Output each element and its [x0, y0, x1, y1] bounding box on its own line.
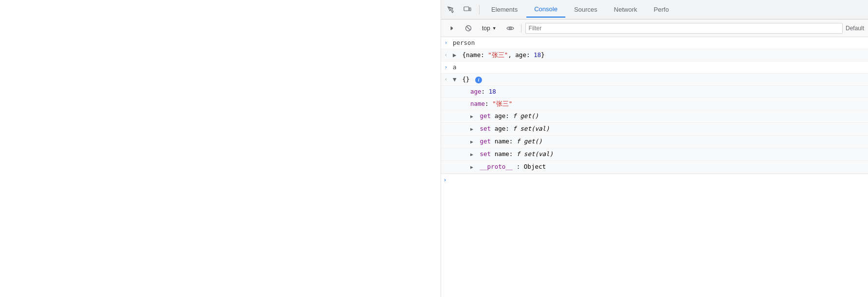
- console-line-set-name: ▶ set name: f set(val): [441, 148, 868, 161]
- line-content-a-obj: ▼ {} i: [451, 74, 868, 85]
- output-chevron-a-icon: ‹: [444, 75, 448, 84]
- devtools-panel: Elements Console Sources Network Perfo: [441, 0, 868, 297]
- console-line-a-output: ‹ ▼ {} i: [441, 74, 868, 86]
- browser-page-area: [0, 0, 441, 297]
- line-gutter-get-name: [441, 136, 451, 137]
- line-content-a: a: [451, 61, 868, 73]
- line-gutter-a-output: ‹: [441, 74, 451, 84]
- console-line-get-name: ▶ get name: f get(): [441, 136, 868, 148]
- expand-triangle-icon[interactable]: ▶: [453, 50, 459, 60]
- proto-expand-icon[interactable]: ▶: [470, 162, 476, 172]
- console-line-name: name: "张三": [441, 98, 868, 110]
- log-levels-label: Default: [846, 25, 864, 32]
- console-filter-input[interactable]: [525, 23, 843, 34]
- line-content-person-obj: ▶ {name: "张三", age: 18}: [451, 49, 868, 61]
- console-line-a-input: › a: [441, 61, 868, 74]
- line-gutter-output: ‹: [441, 49, 451, 60]
- line-content-name: name: "张三": [451, 98, 868, 110]
- set-age-expand-icon[interactable]: ▶: [470, 124, 476, 134]
- line-content-get-name: ▶ get name: f get(): [451, 136, 868, 148]
- input-chevron-icon: ›: [444, 38, 448, 48]
- console-line-proto: ▶ __proto__ : Object: [441, 161, 868, 174]
- get-name-expand-icon[interactable]: ▶: [470, 137, 476, 147]
- devtools-tab-bar: Elements Console Sources Network Perfo: [441, 0, 868, 20]
- svg-point-9: [510, 28, 511, 29]
- line-content-proto: ▶ __proto__ : Object: [451, 161, 868, 173]
- svg-rect-0: [464, 7, 469, 11]
- console-toolbar: top ▼ Default: [441, 20, 868, 37]
- line-content-set-age: ▶ set age: f set(val): [451, 123, 868, 135]
- console-prompt-icon: ›: [443, 176, 447, 183]
- svg-rect-4: [453, 26, 454, 31]
- line-content-get-age: ▶ get age: f get(): [451, 110, 868, 122]
- line-gutter-set-age: [441, 123, 451, 124]
- input-chevron-a-icon: ›: [444, 62, 448, 72]
- tab-sources[interactable]: Sources: [566, 2, 605, 18]
- dropdown-arrow-icon: ▼: [492, 26, 497, 31]
- top-context-selector[interactable]: top ▼: [478, 24, 501, 33]
- tab-elements[interactable]: Elements: [483, 2, 525, 18]
- console-input[interactable]: [449, 176, 866, 183]
- console-output: › person ‹ ▶ {name: "张三", age: 18} › a: [441, 37, 868, 297]
- line-gutter-a: ›: [441, 61, 451, 72]
- info-icon: i: [475, 77, 482, 83]
- run-script-button[interactable]: [445, 21, 459, 35]
- svg-rect-3: [450, 26, 451, 31]
- output-chevron-icon: ‹: [444, 50, 448, 60]
- line-gutter-get-age: [441, 110, 451, 111]
- line-gutter-age: [441, 86, 451, 87]
- svg-rect-1: [469, 8, 471, 11]
- clear-console-button[interactable]: [462, 21, 475, 35]
- svg-line-7: [467, 26, 470, 30]
- console-line-age: age: 18: [441, 86, 868, 98]
- inspect-element-button[interactable]: [443, 2, 459, 18]
- line-gutter-proto: [441, 161, 451, 162]
- tab-separator: [479, 5, 480, 15]
- device-toolbar-button[interactable]: [460, 2, 475, 18]
- get-age-expand-icon[interactable]: ▶: [470, 112, 476, 121]
- line-content-set-name: ▶ set name: f set(val): [451, 148, 868, 160]
- collapse-triangle-icon[interactable]: ▼: [453, 75, 459, 84]
- line-gutter-name: [441, 98, 451, 99]
- set-name-expand-icon[interactable]: ▶: [470, 150, 476, 159]
- console-input-line[interactable]: ›: [441, 174, 868, 185]
- line-content-person: person: [451, 37, 868, 49]
- tab-performance[interactable]: Perfo: [646, 2, 676, 18]
- live-expression-button[interactable]: [503, 21, 517, 35]
- console-line-set-age: ▶ set age: f set(val): [441, 123, 868, 136]
- console-line-get-age: ▶ get age: f get(): [441, 110, 868, 123]
- tab-console[interactable]: Console: [526, 2, 565, 18]
- console-line-person-input: › person: [441, 37, 868, 49]
- toolbar-separator: [521, 24, 521, 33]
- line-content-age: age: 18: [451, 86, 868, 98]
- console-line-person-output: ‹ ▶ {name: "张三", age: 18}: [441, 49, 868, 61]
- tab-network[interactable]: Network: [606, 2, 645, 18]
- line-gutter: ›: [441, 37, 451, 48]
- line-gutter-set-name: [441, 148, 451, 149]
